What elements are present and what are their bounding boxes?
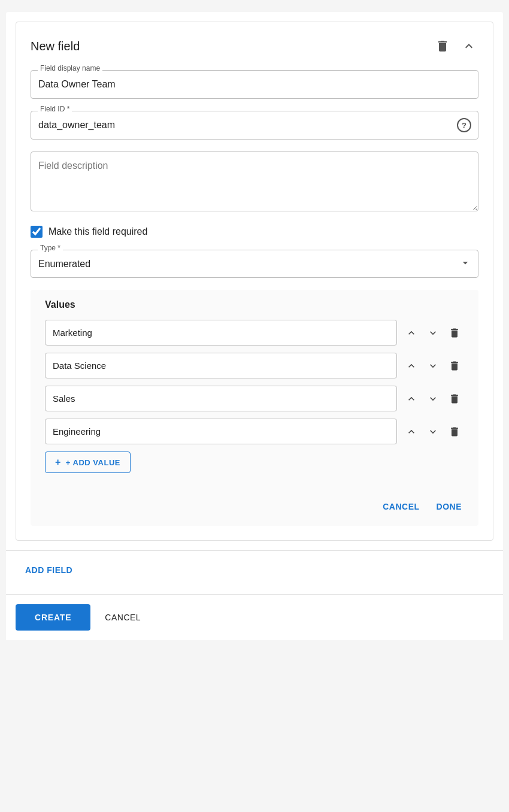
chevron-down-icon <box>427 426 439 438</box>
field-display-name-input[interactable] <box>31 70 478 99</box>
field-display-name-label: Field display name <box>38 64 102 72</box>
move-down-button-0[interactable] <box>423 323 443 343</box>
delete-value-button-2[interactable] <box>445 389 464 408</box>
help-icon[interactable]: ? <box>457 118 471 132</box>
value-row <box>45 320 464 346</box>
type-select[interactable]: Enumerated String Integer Boolean Date <box>31 250 478 278</box>
make-required-row: Make this field required <box>31 226 478 238</box>
collapse-button[interactable] <box>459 37 478 56</box>
chevron-down-icon <box>427 393 439 405</box>
plus-icon: + <box>55 457 61 468</box>
value-input-1[interactable] <box>45 353 397 378</box>
field-display-name-group: Field display name <box>31 70 478 99</box>
trash-icon <box>449 327 460 339</box>
values-cancel-button[interactable]: CANCEL <box>380 497 422 516</box>
value-controls-2 <box>402 389 464 408</box>
value-row <box>45 419 464 444</box>
cancel-button[interactable]: CANCEL <box>100 604 146 631</box>
card-title: New field <box>31 40 80 53</box>
add-value-button[interactable]: + + ADD VALUE <box>45 452 131 473</box>
card-header: New field <box>31 37 478 56</box>
field-description-input[interactable] <box>31 152 478 211</box>
value-row <box>45 353 464 378</box>
chevron-up-icon <box>405 327 417 339</box>
type-select-wrapper: Enumerated String Integer Boolean Date <box>31 250 478 278</box>
card-actions <box>433 37 478 56</box>
chevron-up-icon <box>405 360 417 372</box>
values-done-button[interactable]: DONE <box>434 497 464 516</box>
field-id-group: Field ID * ? <box>31 111 478 140</box>
value-input-0[interactable] <box>45 320 397 346</box>
delete-value-button-0[interactable] <box>445 323 464 343</box>
move-up-button-2[interactable] <box>402 389 421 408</box>
new-field-card: New field Field display name <box>16 22 493 541</box>
make-required-label: Make this field required <box>49 226 147 237</box>
type-label: Type * <box>38 244 63 252</box>
chevron-down-icon <box>427 327 439 339</box>
add-value-label: + ADD VALUE <box>66 458 120 467</box>
type-group: Type * Enumerated String Integer Boolean… <box>31 250 478 278</box>
delete-value-button-1[interactable] <box>445 356 464 375</box>
chevron-up-icon <box>405 393 417 405</box>
value-controls-1 <box>402 356 464 375</box>
move-up-button-0[interactable] <box>402 323 421 343</box>
move-up-button-3[interactable] <box>402 422 421 441</box>
chevron-down-icon <box>427 360 439 372</box>
trash-icon <box>449 426 460 438</box>
move-down-button-2[interactable] <box>423 389 443 408</box>
values-title: Values <box>45 299 464 310</box>
values-footer: CANCEL DONE <box>45 487 464 516</box>
value-controls-0 <box>402 323 464 343</box>
trash-icon <box>435 39 450 53</box>
create-button[interactable]: CREATE <box>16 604 90 631</box>
trash-icon <box>449 360 460 372</box>
delete-value-button-3[interactable] <box>445 422 464 441</box>
field-id-input[interactable] <box>31 111 478 140</box>
add-field-section: ADD FIELD <box>6 550 503 589</box>
field-id-wrapper: ? <box>31 111 478 140</box>
move-up-button-1[interactable] <box>402 356 421 375</box>
move-down-button-1[interactable] <box>423 356 443 375</box>
value-row <box>45 386 464 411</box>
make-required-checkbox[interactable] <box>31 226 43 238</box>
bottom-bar: CREATE CANCEL <box>6 594 503 640</box>
trash-icon <box>449 393 460 405</box>
value-controls-3 <box>402 422 464 441</box>
chevron-up-icon <box>405 426 417 438</box>
value-input-2[interactable] <box>45 386 397 411</box>
add-field-button[interactable]: ADD FIELD <box>25 560 72 580</box>
delete-field-button[interactable] <box>433 37 452 56</box>
field-description-group <box>31 152 478 214</box>
values-section: Values <box>31 290 478 526</box>
move-down-button-3[interactable] <box>423 422 443 441</box>
field-id-label: Field ID * <box>38 105 72 113</box>
value-input-3[interactable] <box>45 419 397 444</box>
chevron-up-icon <box>462 39 476 53</box>
